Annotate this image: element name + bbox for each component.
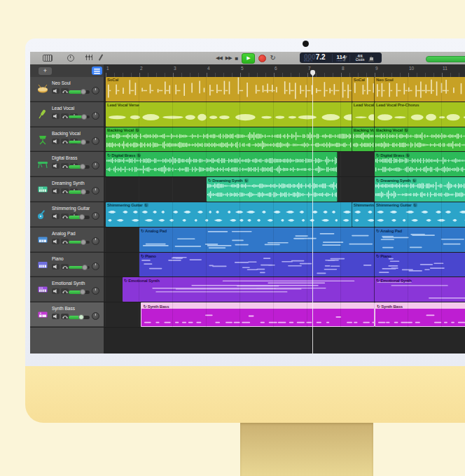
pan-knob[interactable]	[92, 287, 99, 295]
track-header-analog-pad[interactable]: Analog Pad	[30, 227, 104, 252]
region-emotional-synth-2[interactable]: ↻ Emotional Synth	[375, 277, 465, 302]
volume-slider[interactable]	[69, 115, 90, 119]
mute-button[interactable]	[52, 239, 60, 244]
region-digital-brass-1[interactable]: ↻ Digital Brass↻	[106, 152, 338, 176]
volume-knob[interactable]	[78, 314, 84, 320]
volume-slider[interactable]	[69, 316, 90, 319]
playhead[interactable]	[312, 71, 313, 354]
volume-slider[interactable]	[69, 141, 90, 144]
track-header-piano[interactable]: Piano	[30, 253, 104, 277]
solo-button[interactable]	[61, 139, 69, 144]
region-neo-soul-1[interactable]: SoCal	[106, 77, 352, 102]
mute-button[interactable]	[52, 214, 60, 219]
mute-button[interactable]	[52, 314, 60, 319]
solo-button[interactable]	[61, 113, 69, 119]
count-in-button[interactable]: 1234	[355, 56, 363, 60]
volume-knob[interactable]	[82, 265, 88, 270]
mute-button[interactable]	[52, 88, 60, 94]
track-header-backing-vocal[interactable]: Backing Vocal	[30, 127, 104, 152]
volume-slider[interactable]	[69, 190, 90, 194]
pan-knob[interactable]	[92, 112, 99, 120]
library-icon[interactable]	[43, 55, 53, 62]
solo-button[interactable]	[61, 314, 69, 319]
region-synth-bass-1[interactable]: ↻ Synth Bass	[141, 302, 375, 327]
region-lead-vocal-3[interactable]: Lead Vocal Pre-Chorus	[375, 102, 465, 127]
track-lane-emotional-synth[interactable]: ↻ Emotional Synth↻ Emotional Synth	[104, 277, 465, 302]
mute-button[interactable]	[52, 264, 60, 270]
volume-knob[interactable]	[80, 289, 85, 295]
region-lead-vocal-2[interactable]: Lead Vocal Ve	[352, 102, 375, 127]
track-header-digital-brass[interactable]: Digital Brass	[30, 152, 104, 176]
region-lead-vocal-1[interactable]: Lead Vocal Verse	[106, 102, 352, 127]
pan-knob[interactable]	[92, 187, 99, 195]
solo-button[interactable]	[61, 288, 69, 294]
solo-button[interactable]	[61, 264, 69, 270]
mute-button[interactable]	[52, 288, 60, 294]
track-lane-backing-vocal[interactable]: Backing Vocal↻Backing VocalBacking Vocal…	[104, 127, 465, 153]
volume-knob[interactable]	[81, 89, 86, 94]
track-header-emotional-synth[interactable]: Emotional Synth	[30, 277, 104, 302]
track-header-shimmering-guitar[interactable]: Shimmering Guitar	[30, 202, 104, 227]
master-volume-slider[interactable]	[426, 56, 465, 62]
pan-knob[interactable]	[92, 312, 99, 320]
solo-button[interactable]	[61, 88, 69, 94]
region-backing-vocal-3[interactable]: Backing Vocal↻	[375, 127, 465, 152]
region-backing-vocal-1[interactable]: Backing Vocal↻	[106, 127, 352, 152]
region-shimmering-guitar-2[interactable]: Shimmering G	[352, 202, 375, 227]
pan-knob[interactable]	[92, 237, 99, 245]
solo-button[interactable]	[61, 214, 69, 219]
volume-knob[interactable]	[81, 139, 86, 145]
metronome-icon[interactable]	[368, 55, 374, 62]
mute-button[interactable]	[52, 139, 60, 144]
region-analog-pad-2[interactable]: ↻ Analog Pad	[375, 227, 465, 252]
volume-knob[interactable]	[80, 164, 85, 169]
timeline-ruler[interactable]: 1234567891011	[104, 64, 465, 78]
mute-button[interactable]	[52, 188, 60, 194]
region-piano-2[interactable]: ↻ Piano	[375, 253, 465, 277]
track-lane-dreaming-synth[interactable]: ↻ Dreaming Synth↻↻ Dreaming Synth↻	[104, 177, 465, 202]
volume-knob[interactable]	[79, 214, 85, 220]
region-digital-brass-2[interactable]: ↻ Digital Brass↻	[375, 152, 465, 176]
region-shimmering-guitar-1[interactable]: Shimmering Guitar↻	[106, 202, 352, 227]
region-emotional-synth-1[interactable]: ↻ Emotional Synth	[123, 277, 375, 302]
forward-button[interactable]: ▶▶	[225, 55, 232, 62]
track-header-neo-soul[interactable]: Neo Soul	[30, 77, 104, 102]
region-neo-soul-3[interactable]: Neo Soul	[375, 77, 465, 102]
solo-button[interactable]	[61, 239, 69, 244]
volume-knob[interactable]	[81, 239, 86, 245]
solo-button[interactable]	[61, 188, 69, 194]
region-synth-bass-2[interactable]: ↻ Synth Bass	[375, 302, 465, 327]
rewind-button[interactable]: ◀◀	[216, 55, 222, 62]
volume-slider[interactable]	[69, 90, 90, 94]
stop-button[interactable]: ■	[235, 55, 239, 62]
quick-help-icon[interactable]	[67, 55, 74, 62]
track-lane-shimmering-guitar[interactable]: Shimmering Guitar↻Shimmering GShimmering…	[104, 202, 465, 227]
region-neo-soul-2[interactable]: SoCal	[352, 77, 375, 102]
pan-knob[interactable]	[92, 162, 99, 169]
track-lane-digital-brass[interactable]: ↻ Digital Brass↻↻ Digital Brass↻	[104, 152, 465, 177]
pan-knob[interactable]	[92, 137, 99, 145]
region-shimmering-guitar-3[interactable]: Shimmering Guitar↻	[375, 202, 465, 227]
track-header-dreaming-synth[interactable]: Dreaming Synth	[30, 177, 104, 202]
volume-slider[interactable]	[69, 266, 90, 270]
volume-slider[interactable]	[69, 165, 90, 169]
track-lane-neo-soul[interactable]: SoCalSoCalNeo Soul	[104, 77, 465, 102]
cycle-button[interactable]: ↻	[270, 55, 275, 62]
volume-slider[interactable]	[69, 290, 90, 294]
region-analog-pad-1[interactable]: ↻ Analog Pad	[139, 227, 375, 252]
volume-knob[interactable]	[81, 114, 87, 120]
volume-slider[interactable]	[69, 216, 90, 219]
region-dreaming-synth-2[interactable]: ↻ Dreaming Synth↻	[375, 177, 465, 202]
pan-knob[interactable]	[92, 262, 99, 270]
play-button[interactable]: ▶	[242, 53, 255, 64]
track-lane-analog-pad[interactable]: ↻ Analog Pad↻ Analog Pad	[104, 227, 465, 253]
volume-knob[interactable]	[81, 189, 86, 195]
record-button[interactable]	[258, 55, 266, 62]
track-lane-lead-vocal[interactable]: Lead Vocal VerseLead Vocal VeLead Vocal …	[104, 102, 465, 127]
editor-icon[interactable]	[99, 54, 104, 61]
track-header-lead-vocal[interactable]: Lead Vocal	[30, 102, 104, 127]
add-track-button[interactable]: +	[39, 67, 52, 75]
track-lane-piano[interactable]: ↻ Piano↻ Piano	[104, 253, 465, 278]
mute-button[interactable]	[52, 163, 60, 169]
solo-button[interactable]	[61, 163, 69, 169]
